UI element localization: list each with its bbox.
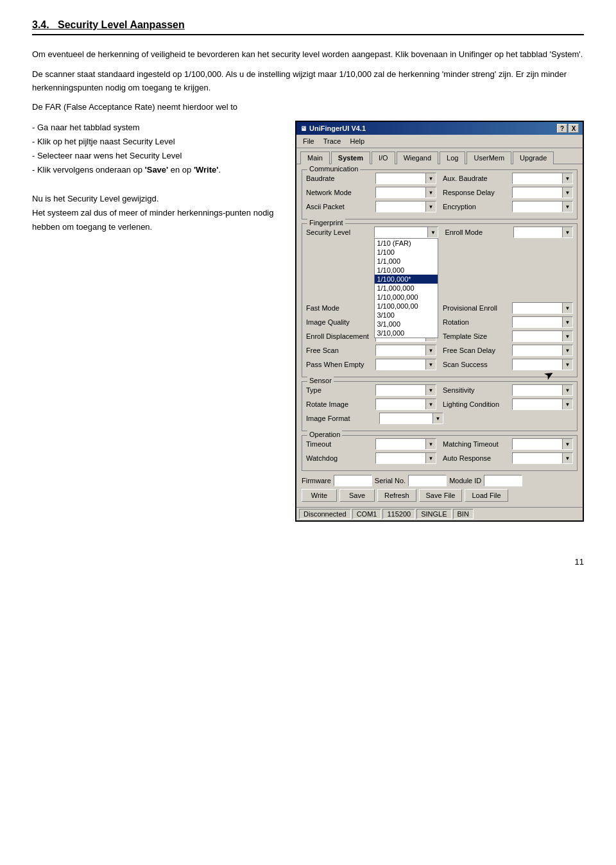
application-window: 🖥 UniFingerUI V4.1 ? X File Trace Help M… <box>295 121 584 522</box>
template-size-dropdown-arrow[interactable]: ▼ <box>562 331 572 341</box>
response-delay-select[interactable]: ▼ <box>512 187 573 198</box>
image-format-select[interactable]: ▼ <box>379 413 443 424</box>
tab-upgrade[interactable]: Upgrade <box>513 151 554 164</box>
type-dropdown-arrow[interactable]: ▼ <box>425 385 436 395</box>
free-scan-dropdown-arrow[interactable]: ▼ <box>425 345 436 355</box>
timeout-dropdown-arrow[interactable]: ▼ <box>425 439 436 449</box>
fingerprint-group-title: Fingerprint <box>307 219 345 227</box>
auto-response-dropdown-arrow[interactable]: ▼ <box>562 453 572 463</box>
timeout-row: Timeout ▼ Matching Timeout ▼ <box>306 438 573 450</box>
watchdog-dropdown-arrow[interactable]: ▼ <box>425 453 436 463</box>
rotate-image-select[interactable]: ▼ <box>375 398 436 410</box>
enroll-mode-select[interactable]: ▼ <box>513 227 573 238</box>
lighting-condition-label: Lighting Condition <box>443 400 509 408</box>
matching-timeout-select[interactable]: ▼ <box>512 438 573 450</box>
security-level-select[interactable]: ▼ <box>374 227 438 238</box>
pass-when-empty-dropdown-arrow[interactable]: ▼ <box>425 359 436 370</box>
pass-when-empty-label: Pass When Empty <box>306 361 373 368</box>
aux-baudrate-dropdown-arrow[interactable]: ▼ <box>562 173 572 184</box>
tab-main[interactable]: Main <box>300 151 330 164</box>
provisional-enroll-select[interactable]: ▼ <box>512 302 573 314</box>
dropdown-option-100[interactable]: 1/100 <box>375 248 438 257</box>
bullet-item: Selecteer naar wens het Security Level <box>32 149 282 163</box>
type-row: Type ▼ Sensitivity ▼ <box>306 384 573 396</box>
baudrate-select[interactable]: ▼ <box>375 173 436 184</box>
menu-help[interactable]: Help <box>346 136 368 146</box>
dropdown-option-1000000[interactable]: 1/1,000,000 <box>375 284 438 293</box>
matching-timeout-dropdown-arrow[interactable]: ▼ <box>562 439 572 449</box>
free-scan-delay-select[interactable]: ▼ <box>512 345 573 356</box>
sensitivity-dropdown-arrow[interactable]: ▼ <box>562 385 572 395</box>
enroll-mode-dropdown-arrow[interactable]: ▼ <box>562 227 572 237</box>
free-scan-row: Free Scan ▼ Free Scan Delay ▼ <box>306 345 573 356</box>
scan-success-dropdown-arrow[interactable]: ▼ <box>562 359 572 370</box>
dropdown-option-10000000-00[interactable]: 1/100,000,00 <box>375 302 438 311</box>
dropdown-option-10000000[interactable]: 1/10,000,000 <box>375 293 438 302</box>
auto-response-select[interactable]: ▼ <box>512 452 573 464</box>
fast-mode-label: Fast Mode <box>306 304 373 312</box>
response-delay-dropdown-arrow[interactable]: ▼ <box>562 187 572 198</box>
network-mode-dropdown-arrow[interactable]: ▼ <box>425 187 436 198</box>
dropdown-option-3-10000[interactable]: 3/10,000 <box>375 329 438 338</box>
template-size-select[interactable]: ▼ <box>512 330 573 342</box>
tab-system[interactable]: System <box>331 151 370 164</box>
dropdown-option-far[interactable]: 1/10 (FAR) <box>375 239 438 248</box>
free-scan-select[interactable]: ▼ <box>375 345 436 356</box>
security-level-dropdown-arrow[interactable]: ▼ <box>427 227 438 237</box>
dropdown-option-100000-selected[interactable]: 1/100,000* <box>375 275 438 284</box>
serial-no-input[interactable] <box>408 475 447 486</box>
menu-file[interactable]: File <box>299 136 318 146</box>
lighting-condition-dropdown-arrow[interactable]: ▼ <box>562 399 572 409</box>
provisional-enroll-dropdown-arrow[interactable]: ▼ <box>562 303 572 313</box>
status-bin: BIN <box>453 509 474 519</box>
image-format-label: Image Format <box>306 415 377 422</box>
rotate-image-label: Rotate Image <box>306 400 373 408</box>
help-button[interactable]: ? <box>557 124 567 133</box>
left-column: Ga naar het tabblad system Klik op het p… <box>32 121 282 522</box>
pass-when-empty-select[interactable]: ▼ <box>375 359 436 370</box>
ascii-packet-dropdown-arrow[interactable]: ▼ <box>425 201 436 212</box>
module-id-input[interactable] <box>484 475 522 486</box>
lighting-condition-select[interactable]: ▼ <box>512 398 573 410</box>
tab-usermem[interactable]: UserMem <box>466 151 511 164</box>
bottom-para-1: Nu is het Security Level gewijzigd. <box>32 192 282 206</box>
rotate-image-dropdown-arrow[interactable]: ▼ <box>425 399 436 409</box>
write-button[interactable]: Write <box>302 489 337 502</box>
tab-log[interactable]: Log <box>440 151 465 164</box>
dropdown-option-3-1000[interactable]: 3/1,000 <box>375 320 438 329</box>
close-x-button[interactable]: X <box>569 124 579 133</box>
window-title: UniFingerUI V4.1 <box>309 124 366 132</box>
watchdog-label: Watchdog <box>306 454 373 462</box>
save-button[interactable]: Save <box>339 489 375 502</box>
security-level-row: Security Level ▼ 1/10 (FAR) 1/100 1/1,00… <box>306 227 573 238</box>
free-scan-delay-dropdown-arrow[interactable]: ▼ <box>562 345 572 355</box>
firmware-input[interactable] <box>334 475 372 486</box>
tab-wiegand[interactable]: Wiegand <box>397 151 438 164</box>
aux-baudrate-select[interactable]: ▼ <box>512 173 573 184</box>
ascii-packet-select[interactable]: ▼ <box>375 201 436 212</box>
rotation-select[interactable]: ▼ <box>512 316 573 328</box>
scan-success-select[interactable]: ▼ <box>512 359 573 370</box>
sensitivity-select[interactable]: ▼ <box>512 384 573 396</box>
tab-io[interactable]: I/O <box>372 151 395 164</box>
type-select[interactable]: ▼ <box>375 384 436 396</box>
image-format-dropdown-arrow[interactable]: ▼ <box>432 413 443 424</box>
security-level-dropdown-list[interactable]: 1/10 (FAR) 1/100 1/1,000 1/10,000 1/100,… <box>374 238 438 338</box>
watchdog-select[interactable]: ▼ <box>375 452 436 464</box>
rotation-dropdown-arrow[interactable]: ▼ <box>562 317 572 327</box>
network-mode-select[interactable]: ▼ <box>375 187 436 198</box>
load-file-button[interactable]: Load File <box>465 489 508 502</box>
encryption-select[interactable]: ▼ <box>512 201 573 212</box>
encryption-dropdown-arrow[interactable]: ▼ <box>562 201 572 212</box>
menu-trace[interactable]: Trace <box>320 136 345 146</box>
refresh-button[interactable]: Refresh <box>377 489 416 502</box>
save-file-button[interactable]: Save File <box>419 489 463 502</box>
dropdown-option-1000[interactable]: 1/1,000 <box>375 257 438 266</box>
window-controls[interactable]: ? X <box>557 124 579 133</box>
network-mode-row: Network Mode ▼ Response Delay ▼ <box>306 187 573 198</box>
timeout-select[interactable]: ▼ <box>375 438 436 450</box>
baudrate-dropdown-arrow[interactable]: ▼ <box>425 173 436 184</box>
dropdown-option-10000[interactable]: 1/10,000 <box>375 266 438 275</box>
dropdown-option-3-100[interactable]: 3/100 <box>375 311 438 320</box>
communication-group: Communication Baudrate ▼ Aux. Baudrate ▼ <box>302 169 578 219</box>
